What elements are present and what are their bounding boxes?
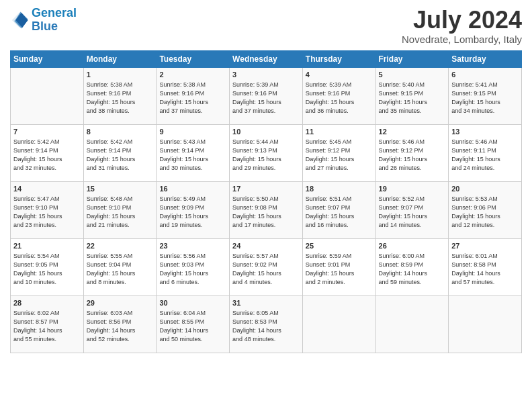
day-number: 3 [232, 70, 300, 80]
day-number: 29 [87, 298, 154, 308]
week-row-1: 1Sunrise: 5:38 AM Sunset: 9:16 PM Daylig… [11, 67, 522, 124]
week-row-2: 7Sunrise: 5:42 AM Sunset: 9:14 PM Daylig… [11, 124, 522, 181]
day-number: 11 [306, 127, 373, 137]
day-number: 8 [87, 127, 154, 137]
weekday-header-monday: Monday [83, 50, 157, 67]
day-number: 17 [232, 184, 300, 194]
day-number: 31 [232, 298, 300, 308]
calendar-cell: 27Sunrise: 6:01 AM Sunset: 8:58 PM Dayli… [449, 238, 522, 295]
logo-icon [10, 11, 29, 30]
calendar-cell: 22Sunrise: 5:55 AM Sunset: 9:04 PM Dayli… [83, 238, 157, 295]
calendar-cell: 5Sunrise: 5:40 AM Sunset: 9:15 PM Daylig… [375, 67, 449, 124]
calendar-cell [375, 295, 449, 353]
calendar-cell: 17Sunrise: 5:50 AM Sunset: 9:08 PM Dayli… [230, 181, 303, 238]
day-info: Sunrise: 5:45 AM Sunset: 9:12 PM Dayligh… [306, 138, 373, 173]
day-info: Sunrise: 5:42 AM Sunset: 9:14 PM Dayligh… [13, 138, 81, 173]
header: General Blue July 2024 Novedrate, Lombar… [10, 7, 522, 45]
day-number: 1 [87, 70, 154, 80]
day-number: 6 [451, 70, 519, 80]
calendar-cell: 11Sunrise: 5:45 AM Sunset: 9:12 PM Dayli… [302, 124, 375, 181]
calendar-cell [449, 295, 522, 353]
day-info: Sunrise: 5:42 AM Sunset: 9:14 PM Dayligh… [87, 138, 154, 173]
day-number: 4 [306, 70, 373, 80]
day-number: 13 [451, 127, 519, 137]
day-info: Sunrise: 5:55 AM Sunset: 9:04 PM Dayligh… [87, 252, 154, 287]
week-row-4: 21Sunrise: 5:54 AM Sunset: 9:05 PM Dayli… [11, 238, 522, 295]
day-info: Sunrise: 6:05 AM Sunset: 8:53 PM Dayligh… [232, 309, 300, 344]
calendar-cell: 4Sunrise: 5:39 AM Sunset: 9:16 PM Daylig… [302, 67, 375, 124]
logo-text: General Blue [32, 7, 77, 34]
day-info: Sunrise: 5:38 AM Sunset: 9:16 PM Dayligh… [87, 81, 154, 116]
day-number: 25 [306, 241, 373, 251]
day-number: 27 [451, 241, 519, 251]
day-number: 2 [159, 70, 226, 80]
calendar-cell: 13Sunrise: 5:46 AM Sunset: 9:11 PM Dayli… [449, 124, 522, 181]
day-info: Sunrise: 5:39 AM Sunset: 9:16 PM Dayligh… [306, 81, 373, 116]
day-info: Sunrise: 5:44 AM Sunset: 9:13 PM Dayligh… [232, 138, 300, 173]
calendar-cell: 30Sunrise: 6:04 AM Sunset: 8:55 PM Dayli… [157, 295, 230, 353]
location: Novedrate, Lombardy, Italy [402, 34, 522, 45]
calendar-cell: 16Sunrise: 5:49 AM Sunset: 9:09 PM Dayli… [157, 181, 230, 238]
day-info: Sunrise: 5:43 AM Sunset: 9:14 PM Dayligh… [159, 138, 226, 173]
day-number: 15 [87, 184, 154, 194]
day-number: 23 [159, 241, 226, 251]
calendar-cell [302, 295, 375, 353]
calendar-cell: 1Sunrise: 5:38 AM Sunset: 9:16 PM Daylig… [83, 67, 157, 124]
day-info: Sunrise: 6:01 AM Sunset: 8:58 PM Dayligh… [451, 252, 519, 287]
week-row-5: 28Sunrise: 6:02 AM Sunset: 8:57 PM Dayli… [11, 295, 522, 353]
calendar-cell: 7Sunrise: 5:42 AM Sunset: 9:14 PM Daylig… [11, 124, 84, 181]
calendar-cell: 29Sunrise: 6:03 AM Sunset: 8:56 PM Dayli… [83, 295, 157, 353]
day-number: 30 [159, 298, 226, 308]
calendar-cell: 2Sunrise: 5:38 AM Sunset: 9:16 PM Daylig… [157, 67, 230, 124]
calendar-header: SundayMondayTuesdayWednesdayThursdayFrid… [11, 50, 522, 67]
calendar-body: 1Sunrise: 5:38 AM Sunset: 9:16 PM Daylig… [11, 67, 522, 353]
day-info: Sunrise: 5:53 AM Sunset: 9:06 PM Dayligh… [451, 195, 519, 230]
day-info: Sunrise: 6:03 AM Sunset: 8:56 PM Dayligh… [87, 309, 154, 344]
calendar-cell: 8Sunrise: 5:42 AM Sunset: 9:14 PM Daylig… [83, 124, 157, 181]
day-info: Sunrise: 5:40 AM Sunset: 9:15 PM Dayligh… [379, 81, 446, 116]
weekday-header-thursday: Thursday [302, 50, 375, 67]
day-info: Sunrise: 5:48 AM Sunset: 9:10 PM Dayligh… [87, 195, 154, 230]
calendar-cell: 19Sunrise: 5:52 AM Sunset: 9:07 PM Dayli… [375, 181, 449, 238]
day-info: Sunrise: 5:39 AM Sunset: 9:16 PM Dayligh… [232, 81, 300, 116]
day-number: 14 [13, 184, 81, 194]
day-info: Sunrise: 5:41 AM Sunset: 9:15 PM Dayligh… [451, 81, 519, 116]
weekday-header-tuesday: Tuesday [157, 50, 230, 67]
day-info: Sunrise: 5:54 AM Sunset: 9:05 PM Dayligh… [13, 252, 81, 287]
day-number: 7 [13, 127, 81, 137]
day-info: Sunrise: 5:46 AM Sunset: 9:11 PM Dayligh… [451, 138, 519, 173]
day-number: 16 [159, 184, 226, 194]
day-info: Sunrise: 5:56 AM Sunset: 9:03 PM Dayligh… [159, 252, 226, 287]
day-number: 21 [13, 241, 81, 251]
calendar-table: SundayMondayTuesdayWednesdayThursdayFrid… [10, 50, 522, 353]
calendar-cell: 9Sunrise: 5:43 AM Sunset: 9:14 PM Daylig… [157, 124, 230, 181]
day-number: 24 [232, 241, 300, 251]
weekday-row: SundayMondayTuesdayWednesdayThursdayFrid… [11, 50, 522, 67]
calendar-cell: 26Sunrise: 6:00 AM Sunset: 8:59 PM Dayli… [375, 238, 449, 295]
calendar-cell: 28Sunrise: 6:02 AM Sunset: 8:57 PM Dayli… [11, 295, 84, 353]
day-number: 10 [232, 127, 300, 137]
day-number: 19 [379, 184, 446, 194]
day-info: Sunrise: 5:59 AM Sunset: 9:01 PM Dayligh… [306, 252, 373, 287]
weekday-header-friday: Friday [375, 50, 449, 67]
day-info: Sunrise: 5:51 AM Sunset: 9:07 PM Dayligh… [306, 195, 373, 230]
weekday-header-wednesday: Wednesday [230, 50, 303, 67]
day-number: 5 [379, 70, 446, 80]
weekday-header-sunday: Sunday [11, 50, 84, 67]
day-number: 26 [379, 241, 446, 251]
day-number: 9 [159, 127, 226, 137]
calendar-cell: 10Sunrise: 5:44 AM Sunset: 9:13 PM Dayli… [230, 124, 303, 181]
logo: General Blue [10, 7, 77, 34]
day-info: Sunrise: 5:52 AM Sunset: 9:07 PM Dayligh… [379, 195, 446, 230]
day-info: Sunrise: 5:46 AM Sunset: 9:12 PM Dayligh… [379, 138, 446, 173]
day-number: 18 [306, 184, 373, 194]
calendar-cell: 21Sunrise: 5:54 AM Sunset: 9:05 PM Dayli… [11, 238, 84, 295]
day-info: Sunrise: 5:38 AM Sunset: 9:16 PM Dayligh… [159, 81, 226, 116]
month-year: July 2024 [402, 7, 522, 34]
day-info: Sunrise: 5:50 AM Sunset: 9:08 PM Dayligh… [232, 195, 300, 230]
day-number: 20 [451, 184, 519, 194]
calendar-cell: 12Sunrise: 5:46 AM Sunset: 9:12 PM Dayli… [375, 124, 449, 181]
day-number: 28 [13, 298, 81, 308]
calendar-cell: 23Sunrise: 5:56 AM Sunset: 9:03 PM Dayli… [157, 238, 230, 295]
calendar-cell: 18Sunrise: 5:51 AM Sunset: 9:07 PM Dayli… [302, 181, 375, 238]
